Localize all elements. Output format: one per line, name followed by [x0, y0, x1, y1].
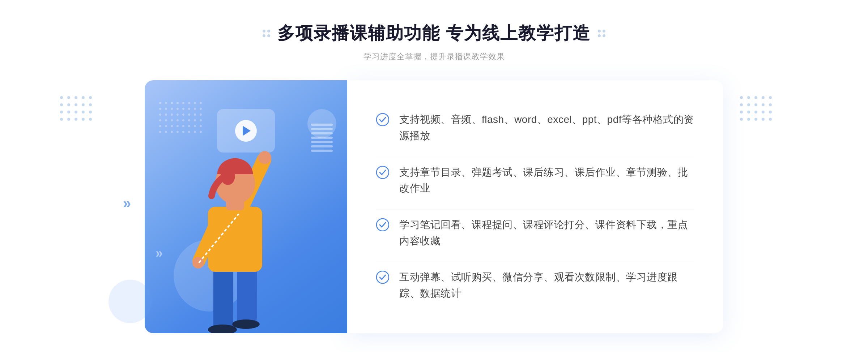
svg-point-13	[376, 113, 389, 126]
svg-point-18	[67, 96, 70, 99]
svg-point-24	[75, 103, 77, 106]
feature-text-1: 支持视频、音频、flash、word、excel、ppt、pdf等各种格式的资源…	[399, 112, 694, 144]
svg-point-25	[82, 103, 85, 106]
svg-point-53	[747, 118, 750, 121]
svg-point-54	[754, 118, 757, 121]
svg-point-38	[747, 96, 750, 99]
check-circle-icon-2	[376, 166, 389, 179]
dot	[263, 30, 265, 33]
svg-point-29	[75, 111, 77, 113]
figure-illustration	[166, 124, 304, 333]
illus-circle-small	[307, 109, 336, 138]
features-panel: 支持视频、音频、flash、word、excel、ppt、pdf等各种格式的资源…	[347, 80, 723, 333]
svg-point-22	[60, 103, 63, 106]
svg-point-50	[762, 111, 765, 113]
svg-point-28	[67, 111, 70, 113]
svg-point-10	[258, 151, 271, 164]
svg-point-27	[60, 111, 63, 113]
svg-point-44	[754, 103, 757, 106]
svg-point-33	[67, 118, 70, 121]
svg-point-56	[769, 118, 772, 121]
title-dots-right	[598, 30, 605, 37]
svg-point-41	[769, 96, 772, 99]
feature-item-1: 支持视频、音频、flash、word、excel、ppt、pdf等各种格式的资源…	[376, 104, 694, 151]
check-circle-icon-1	[376, 113, 389, 126]
svg-point-35	[82, 118, 85, 121]
left-chevron-icon: »	[123, 195, 131, 211]
check-circle-icon-4	[376, 271, 389, 284]
svg-point-48	[747, 111, 750, 113]
main-title: 多项录播课辅助功能 专为线上教学打造	[277, 22, 590, 45]
check-circle-icon-3	[376, 218, 389, 231]
feature-text-4: 互动弹幕、试听购买、微信分享、观看次数限制、学习进度跟踪、数据统计	[399, 269, 694, 302]
feature-item-3: 学习笔记回看、课程提问、课程评论打分、课件资料下载，重点内容收藏	[376, 209, 694, 257]
illus-chevrons: »	[156, 246, 163, 261]
svg-point-21	[89, 96, 92, 99]
chevron-icon: »	[156, 246, 163, 261]
svg-point-51	[769, 111, 772, 113]
svg-rect-1	[237, 265, 257, 322]
feature-text-3: 学习笔记回看、课程提问、课程评论打分、课件资料下载，重点内容收藏	[399, 217, 694, 249]
feature-item-2: 支持章节目录、弹题考试、课后练习、课后作业、章节测验、批改作业	[376, 157, 694, 204]
svg-point-49	[754, 111, 757, 113]
feature-text-2: 支持章节目录、弹题考试、课后练习、课后作业、章节测验、批改作业	[399, 164, 694, 197]
svg-point-3	[232, 319, 260, 329]
subtitle: 学习进度全掌握，提升录播课教学效果	[263, 51, 605, 62]
svg-point-15	[376, 219, 389, 231]
svg-point-32	[60, 118, 63, 121]
feature-item-4: 互动弹幕、试听购买、微信分享、观看次数限制、学习进度跟踪、数据统计	[376, 262, 694, 309]
dot	[603, 34, 605, 37]
svg-point-20	[82, 96, 85, 99]
dot	[603, 30, 605, 33]
bg-dot-pattern-left	[58, 94, 94, 124]
header-title-wrapper: 多项录播课辅助功能 专为线上教学打造	[263, 22, 605, 45]
svg-rect-0	[213, 265, 233, 330]
svg-point-19	[75, 96, 77, 99]
dot	[263, 34, 265, 37]
svg-point-31	[89, 111, 92, 113]
svg-point-30	[82, 111, 85, 113]
left-chevrons: »	[123, 195, 131, 211]
left-decorative-circle	[109, 280, 152, 323]
svg-point-47	[740, 111, 743, 113]
svg-point-14	[376, 166, 389, 179]
illustration-panel: »	[145, 80, 347, 333]
bg-dot-pattern-right	[738, 94, 774, 124]
content-area: »	[145, 80, 723, 333]
page-wrapper: 多项录播课辅助功能 专为线上教学打造 学习进度全掌握，提升录播课教学效果	[0, 0, 868, 352]
svg-point-36	[89, 118, 92, 121]
svg-point-26	[89, 103, 92, 106]
header-section: 多项录播课辅助功能 专为线上教学打造 学习进度全掌握，提升录播课教学效果	[263, 22, 605, 62]
svg-point-55	[762, 118, 765, 121]
dot	[267, 30, 270, 33]
svg-point-34	[75, 118, 77, 121]
svg-point-45	[762, 103, 765, 106]
dot	[598, 34, 601, 37]
svg-point-39	[754, 96, 757, 99]
svg-point-42	[740, 103, 743, 106]
dot	[598, 30, 601, 33]
svg-point-37	[740, 96, 743, 99]
svg-point-40	[762, 96, 765, 99]
svg-point-17	[60, 96, 63, 99]
dot	[267, 34, 270, 37]
svg-point-16	[376, 271, 389, 283]
svg-point-23	[67, 103, 70, 106]
title-dots-left	[263, 30, 270, 37]
svg-point-46	[769, 103, 772, 106]
svg-point-43	[747, 103, 750, 106]
svg-point-52	[740, 118, 743, 121]
